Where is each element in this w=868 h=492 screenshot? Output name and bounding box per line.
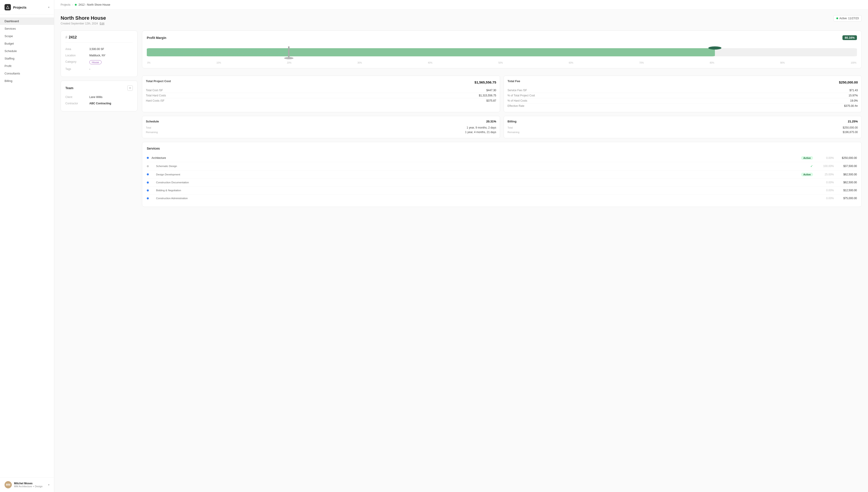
sidebar-footer[interactable]: MM Mitchel Moses MM Architecture + Desig… (0, 477, 54, 492)
service-dot-4 (147, 190, 149, 192)
content-area: North Shore House Created September 12th… (54, 10, 868, 492)
breadcrumb-current: 2412 - North Shore House (78, 3, 110, 6)
sidebar-item-budget[interactable]: Budget (0, 40, 54, 47)
fee-val-1: 15.97% (848, 94, 858, 97)
total-fee-card: Total Fee $250,000.00 Service Fee /SF $7… (504, 76, 862, 112)
fee-label-3: Effective Rate (507, 104, 524, 107)
fee-row-3: Effective Rate $375.00 /hr (507, 103, 858, 108)
right-column: Profit Margin 80.16% (142, 30, 862, 207)
project-info-card: # 2412 Area 3,500.00 SF Location Mattitu… (61, 30, 137, 77)
breadcrumb-separator: › (72, 3, 73, 6)
services-title: Services (147, 147, 857, 150)
project-id: # 2412 (65, 35, 133, 43)
service-status-2: Active (801, 173, 813, 176)
status-badge: Active 11/27/23 (834, 15, 862, 22)
profit-margin-card: Profit Margin 80.16% (142, 30, 862, 68)
sidebar-chevron-icon: ▾ (48, 6, 50, 9)
sidebar-header[interactable]: Projects ▾ (0, 0, 54, 15)
schedule-remaining-label: Remaining (146, 131, 158, 133)
cost-label-0: Total Cost /SF (146, 89, 163, 92)
svg-marker-0 (6, 6, 9, 8)
cost-label-1: Total Hard Costs (146, 94, 166, 97)
category-badge: House (89, 60, 102, 64)
contractor-value: ABC Contracting (89, 102, 111, 105)
service-name-3: Construction Documentation (152, 181, 810, 184)
breadcrumb-parent[interactable]: Projects (61, 3, 70, 6)
created-date: Created September 12th, 2024 (61, 22, 98, 25)
area-row: Area 3,500.00 SF (65, 46, 133, 52)
sidebar-item-profit[interactable]: Profit (0, 62, 54, 70)
footer-chevron-icon: ▾ (48, 484, 50, 486)
stats-row: Total Project Cost $1,565,556.75 Total C… (142, 76, 862, 112)
chart-axis: 0% 10% 20% 30% 40% 50% 60% 70% 80% 90% 1… (147, 62, 857, 64)
sidebar-item-staffing[interactable]: Staffing (0, 55, 54, 62)
page-subtitle: Created September 12th, 2024 Edit (61, 22, 106, 25)
total-project-cost-card: Total Project Cost $1,565,556.75 Total C… (142, 76, 500, 112)
team-add-button[interactable]: + (127, 85, 133, 91)
contractor-label: Contractor (65, 102, 86, 105)
sidebar-item-billing[interactable]: Billing (0, 77, 54, 84)
schedule-card: Schedule 20.31% Total 1 year, 9 months, … (142, 116, 500, 138)
service-item-0: ArchitectureActive0.00%$250,000.00 (147, 154, 857, 162)
sidebar-item-scope[interactable]: Scope (0, 32, 54, 40)
service-pct-1: 100.00% (816, 165, 834, 168)
svg-point-6 (284, 57, 293, 59)
service-dot-3 (147, 181, 149, 183)
cost-row-2: Hard Costs /SF $375.87 (146, 98, 496, 103)
fee-title: Total Fee (507, 79, 520, 83)
cost-val-1: $1,315,556.75 (479, 94, 496, 97)
sidebar-item-dashboard[interactable]: Dashboard (0, 18, 54, 25)
page-title: North Shore House (61, 15, 106, 21)
service-amount-4: $12,500.00 (837, 189, 857, 192)
profit-margin-title: Profit Margin (147, 36, 166, 40)
fee-label-0: Service Fee /SF (507, 89, 527, 92)
profit-chart: 0% 10% 20% 30% 40% 50% 60% 70% 80% 90% 1… (147, 44, 857, 62)
team-header: Team + (65, 85, 133, 91)
service-item-3: Construction Documentation0.00%$62,500.0… (147, 178, 857, 187)
service-status-0: Active (801, 156, 813, 159)
sidebar-item-consultants[interactable]: Consultants (0, 70, 54, 77)
billing-total-value: $250,000.00 (843, 126, 858, 129)
breadcrumb: Projects › 2412 - North Shore House (54, 0, 868, 10)
service-pct-2: 25.00% (816, 173, 834, 176)
edit-link[interactable]: Edit (100, 22, 104, 25)
cost-row-1: Total Hard Costs $1,315,556.75 (146, 93, 496, 98)
billing-total-label: Total (507, 126, 513, 129)
cost-title: Total Project Cost (146, 79, 171, 83)
profit-margin-header: Profit Margin 80.16% (147, 35, 857, 40)
category-label: Category (65, 60, 86, 64)
service-amount-5: $75,000.00 (837, 197, 857, 200)
service-name-2: Design Development (152, 173, 798, 176)
service-amount-2: $62,500.00 (837, 173, 857, 176)
cost-label-2: Hard Costs /SF (146, 99, 164, 102)
schedule-total-row: Total 1 year, 9 months, 2 days (146, 125, 496, 130)
sidebar-nav: DashboardServicesScopeBudgetScheduleStaf… (0, 15, 54, 477)
sidebar-app-title: Projects (13, 5, 26, 9)
project-number: 2412 (69, 35, 77, 40)
billing-header: Billing 21.25% (507, 120, 858, 123)
client-value: Lane Willis (89, 96, 102, 99)
cost-row-0: Total Cost /SF $447.30 (146, 88, 496, 93)
sidebar: Projects ▾ DashboardServicesScopeBudgetS… (0, 0, 54, 492)
tags-label: Tags (65, 68, 86, 71)
app-logo (4, 4, 11, 10)
billing-pct: 21.25% (848, 120, 858, 123)
billing-remaining-value: $196,875.00 (843, 130, 858, 134)
svg-rect-4 (147, 48, 289, 56)
breadcrumb-status-dot (75, 4, 77, 6)
user-role: MM Architecture + Design (14, 485, 46, 488)
schedule-billing-row: Schedule 20.31% Total 1 year, 9 months, … (142, 116, 862, 138)
cost-val-0: $447.30 (486, 89, 496, 92)
team-title: Team (65, 86, 74, 90)
service-item-1: Schematic Design✓100.00%$37,500.00 (147, 162, 857, 170)
fee-row-0: Service Fee /SF $71.43 (507, 88, 858, 93)
sidebar-item-services[interactable]: Services (0, 25, 54, 32)
service-pct-3: 0.00% (816, 181, 834, 184)
chart-svg (147, 44, 857, 62)
sidebar-item-schedule[interactable]: Schedule (0, 47, 54, 55)
billing-title: Billing (507, 120, 517, 123)
schedule-header: Schedule 20.31% (146, 120, 496, 123)
hash-symbol: # (65, 35, 68, 40)
status-text: Active (840, 17, 847, 20)
service-dot-0 (147, 157, 149, 159)
